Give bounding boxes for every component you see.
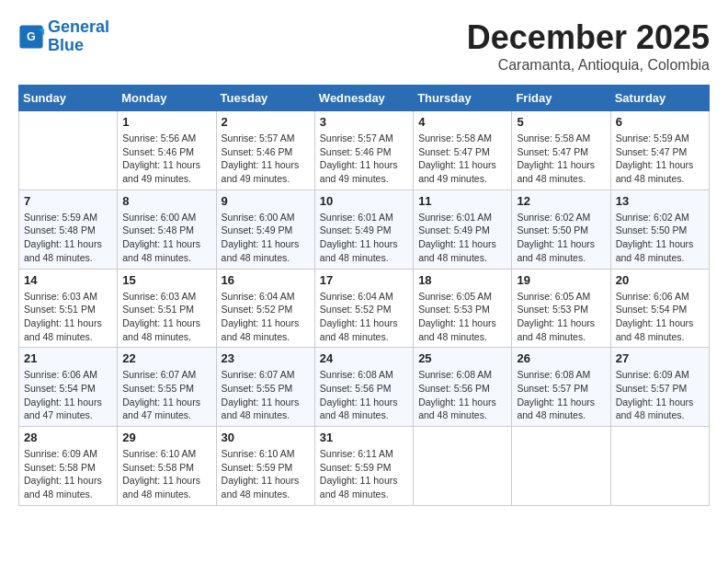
calendar-cell: 5Sunrise: 5:58 AMSunset: 5:47 PMDaylight… <box>512 111 610 190</box>
day-number: 19 <box>517 273 605 287</box>
calendar-cell: 11Sunrise: 6:01 AMSunset: 5:49 PMDayligh… <box>414 190 512 269</box>
col-sunday: Sunday <box>19 86 118 111</box>
calendar-cell: 25Sunrise: 6:08 AMSunset: 5:56 PMDayligh… <box>414 348 512 427</box>
col-saturday: Saturday <box>610 86 709 111</box>
day-number: 23 <box>222 351 310 365</box>
calendar-body: 1Sunrise: 5:56 AMSunset: 5:46 PMDaylight… <box>19 111 710 506</box>
day-info: Sunrise: 6:05 AMSunset: 5:53 PMDaylight:… <box>517 290 605 344</box>
day-number: 9 <box>222 194 310 208</box>
day-info: Sunrise: 5:59 AMSunset: 5:48 PMDaylight:… <box>24 211 112 265</box>
day-number: 11 <box>418 194 506 208</box>
day-info: Sunrise: 6:03 AMSunset: 5:51 PMDaylight:… <box>24 290 112 344</box>
calendar-cell: 19Sunrise: 6:05 AMSunset: 5:53 PMDayligh… <box>512 269 610 348</box>
day-number: 6 <box>616 115 704 129</box>
calendar-week-4: 21Sunrise: 6:06 AMSunset: 5:54 PMDayligh… <box>19 348 710 427</box>
calendar-cell: 13Sunrise: 6:02 AMSunset: 5:50 PMDayligh… <box>610 190 709 269</box>
calendar-cell: 18Sunrise: 6:05 AMSunset: 5:53 PMDayligh… <box>414 269 512 348</box>
day-number: 4 <box>418 115 506 129</box>
calendar-cell: 21Sunrise: 6:06 AMSunset: 5:54 PMDayligh… <box>19 348 118 427</box>
calendar-cell: 14Sunrise: 6:03 AMSunset: 5:51 PMDayligh… <box>19 269 118 348</box>
day-info: Sunrise: 6:01 AMSunset: 5:49 PMDaylight:… <box>418 211 506 265</box>
day-info: Sunrise: 6:03 AMSunset: 5:51 PMDaylight:… <box>122 290 210 344</box>
day-info: Sunrise: 6:04 AMSunset: 5:52 PMDaylight:… <box>320 290 408 344</box>
day-info: Sunrise: 6:08 AMSunset: 5:56 PMDaylight:… <box>320 368 408 422</box>
day-number: 17 <box>320 273 408 287</box>
calendar-cell: 17Sunrise: 6:04 AMSunset: 5:52 PMDayligh… <box>314 269 413 348</box>
day-info: Sunrise: 5:58 AMSunset: 5:47 PMDaylight:… <box>418 132 506 186</box>
location-title: Caramanta, Antioquia, Colombia <box>467 57 710 74</box>
day-number: 12 <box>517 194 605 208</box>
calendar-week-2: 7Sunrise: 5:59 AMSunset: 5:48 PMDaylight… <box>19 190 710 269</box>
day-number: 31 <box>320 431 408 444</box>
calendar-cell: 20Sunrise: 6:06 AMSunset: 5:54 PMDayligh… <box>610 269 709 348</box>
day-info: Sunrise: 6:10 AMSunset: 5:58 PMDaylight:… <box>122 447 210 501</box>
top-row: G General Blue December 2025 Caramanta, … <box>18 18 710 79</box>
calendar-cell: 16Sunrise: 6:04 AMSunset: 5:52 PMDayligh… <box>216 269 314 348</box>
calendar-cell: 30Sunrise: 6:10 AMSunset: 5:59 PMDayligh… <box>216 427 314 506</box>
day-info: Sunrise: 5:57 AMSunset: 5:46 PMDaylight:… <box>222 132 310 186</box>
calendar-week-1: 1Sunrise: 5:56 AMSunset: 5:46 PMDaylight… <box>19 111 710 190</box>
calendar-cell: 7Sunrise: 5:59 AMSunset: 5:48 PMDaylight… <box>19 190 118 269</box>
month-title: December 2025 <box>467 18 710 57</box>
calendar-cell: 27Sunrise: 6:09 AMSunset: 5:57 PMDayligh… <box>610 348 709 427</box>
calendar-week-3: 14Sunrise: 6:03 AMSunset: 5:51 PMDayligh… <box>19 269 710 348</box>
logo-icon: G <box>18 24 44 50</box>
title-section: December 2025 Caramanta, Antioquia, Colo… <box>467 18 710 74</box>
day-info: Sunrise: 6:05 AMSunset: 5:53 PMDaylight:… <box>418 290 506 344</box>
day-number: 14 <box>24 273 112 287</box>
calendar-cell: 22Sunrise: 6:07 AMSunset: 5:55 PMDayligh… <box>118 348 216 427</box>
day-number: 27 <box>616 351 704 365</box>
calendar-cell: 23Sunrise: 6:07 AMSunset: 5:55 PMDayligh… <box>216 348 314 427</box>
calendar-cell: 8Sunrise: 6:00 AMSunset: 5:48 PMDaylight… <box>118 190 216 269</box>
calendar-cell: 29Sunrise: 6:10 AMSunset: 5:58 PMDayligh… <box>118 427 216 506</box>
calendar-cell: 4Sunrise: 5:58 AMSunset: 5:47 PMDaylight… <box>414 111 512 190</box>
day-info: Sunrise: 6:00 AMSunset: 5:49 PMDaylight:… <box>222 211 310 265</box>
day-info: Sunrise: 6:06 AMSunset: 5:54 PMDaylight:… <box>616 290 704 344</box>
calendar-cell: 9Sunrise: 6:00 AMSunset: 5:49 PMDaylight… <box>216 190 314 269</box>
col-wednesday: Wednesday <box>314 86 413 111</box>
calendar-cell: 28Sunrise: 6:09 AMSunset: 5:58 PMDayligh… <box>19 427 118 506</box>
day-info: Sunrise: 6:06 AMSunset: 5:54 PMDaylight:… <box>24 368 112 422</box>
day-info: Sunrise: 5:59 AMSunset: 5:47 PMDaylight:… <box>616 132 704 186</box>
col-friday: Friday <box>512 86 610 111</box>
day-number: 24 <box>320 351 408 365</box>
calendar-cell <box>414 427 512 506</box>
col-tuesday: Tuesday <box>216 86 314 111</box>
day-number: 18 <box>418 273 506 287</box>
day-number: 7 <box>24 194 112 208</box>
day-info: Sunrise: 6:00 AMSunset: 5:48 PMDaylight:… <box>122 211 210 265</box>
col-thursday: Thursday <box>414 86 512 111</box>
day-info: Sunrise: 6:08 AMSunset: 5:56 PMDaylight:… <box>418 368 506 422</box>
logo-text: General Blue <box>48 18 109 55</box>
header-row: Sunday Monday Tuesday Wednesday Thursday… <box>19 86 710 111</box>
calendar-cell: 1Sunrise: 5:56 AMSunset: 5:46 PMDaylight… <box>118 111 216 190</box>
day-info: Sunrise: 6:07 AMSunset: 5:55 PMDaylight:… <box>222 368 310 422</box>
day-number: 29 <box>122 431 210 444</box>
day-info: Sunrise: 6:10 AMSunset: 5:59 PMDaylight:… <box>222 447 310 501</box>
day-info: Sunrise: 6:07 AMSunset: 5:55 PMDaylight:… <box>122 368 210 422</box>
day-number: 22 <box>122 351 210 365</box>
day-number: 30 <box>222 431 310 444</box>
calendar-cell <box>19 111 118 190</box>
logo-line2: Blue <box>48 36 84 54</box>
calendar-table: Sunday Monday Tuesday Wednesday Thursday… <box>18 85 710 506</box>
calendar-cell: 3Sunrise: 5:57 AMSunset: 5:46 PMDaylight… <box>314 111 413 190</box>
calendar-cell <box>512 427 610 506</box>
calendar-cell: 12Sunrise: 6:02 AMSunset: 5:50 PMDayligh… <box>512 190 610 269</box>
calendar-week-5: 28Sunrise: 6:09 AMSunset: 5:58 PMDayligh… <box>19 427 710 506</box>
calendar-cell: 10Sunrise: 6:01 AMSunset: 5:49 PMDayligh… <box>314 190 413 269</box>
col-monday: Monday <box>118 86 216 111</box>
calendar-cell: 6Sunrise: 5:59 AMSunset: 5:47 PMDaylight… <box>610 111 709 190</box>
day-number: 3 <box>320 115 408 129</box>
day-info: Sunrise: 5:58 AMSunset: 5:47 PMDaylight:… <box>517 132 605 186</box>
day-number: 13 <box>616 194 704 208</box>
day-info: Sunrise: 6:01 AMSunset: 5:49 PMDaylight:… <box>320 211 408 265</box>
calendar-cell <box>610 427 709 506</box>
calendar-cell: 26Sunrise: 6:08 AMSunset: 5:57 PMDayligh… <box>512 348 610 427</box>
day-info: Sunrise: 5:56 AMSunset: 5:46 PMDaylight:… <box>122 132 210 186</box>
day-number: 15 <box>122 273 210 287</box>
day-info: Sunrise: 6:09 AMSunset: 5:57 PMDaylight:… <box>616 368 704 422</box>
day-info: Sunrise: 6:09 AMSunset: 5:58 PMDaylight:… <box>24 447 112 501</box>
day-number: 20 <box>616 273 704 287</box>
day-number: 28 <box>24 431 112 444</box>
